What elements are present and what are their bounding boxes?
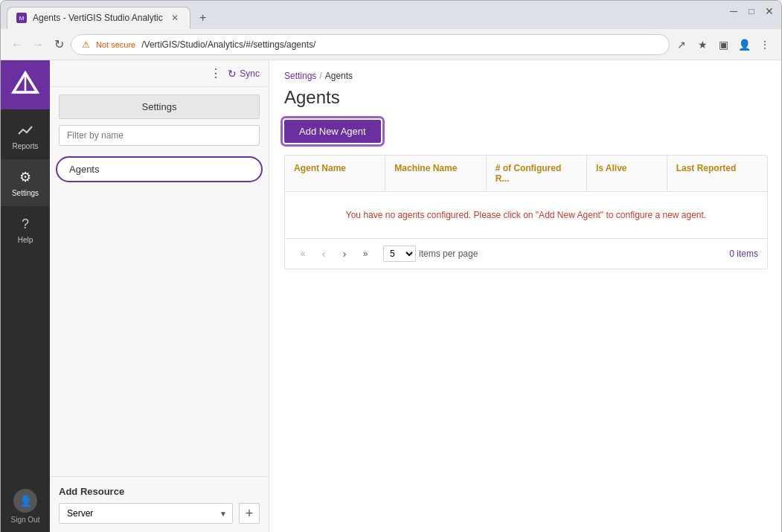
resource-select[interactable]: Server [59, 503, 233, 524]
sidebar-item-help[interactable]: ? Help [1, 206, 50, 253]
win-close-btn[interactable]: ✕ [763, 5, 775, 17]
menu-icon[interactable]: ⋮ [756, 36, 774, 54]
items-per-page: 5 10 25 50 items per page [383, 246, 478, 262]
items-per-page-label: items per page [419, 249, 478, 259]
th-is-alive: Is Alive [587, 156, 667, 191]
left-panel-toolbar: ⋮ ↻ Sync [50, 60, 269, 87]
pager-prev-btn[interactable]: ‹ [315, 245, 333, 263]
sidebar-bottom: 👤 Sign Out [1, 489, 50, 532]
th-configured-r: # of Configured R... [487, 156, 587, 191]
main-content: Settings / Agents Agents Add New Agent A… [269, 60, 782, 532]
table-body-empty: You have no agents configured. Please cl… [285, 192, 767, 238]
help-icon: ? [16, 215, 34, 233]
app-container: Reports ⚙ Settings ? Help 👤 Sign Out [1, 60, 782, 532]
forward-btn[interactable]: → [29, 36, 47, 54]
reports-label: Reports [12, 142, 38, 150]
win-restore-btn[interactable]: □ [746, 5, 757, 17]
not-secure-label: Not secure [96, 40, 135, 49]
tab-close-icon[interactable]: ✕ [169, 12, 181, 24]
sync-btn[interactable]: ↻ Sync [228, 68, 260, 80]
table-header: Agent Name Machine Name # of Configured … [285, 156, 767, 192]
settings-nav-section: Settings [50, 87, 269, 119]
browser-chrome: ─ □ ✕ M Agents - VertiGIS Studio Analyti… [0, 0, 782, 532]
add-resource-btn[interactable]: + [239, 503, 260, 524]
sidebar: Reports ⚙ Settings ? Help 👤 Sign Out [1, 60, 50, 532]
breadcrumb-separator: / [319, 71, 321, 81]
browser-tab-active[interactable]: M Agents - VertiGIS Studio Analytic ✕ [7, 7, 190, 29]
left-panel-item-agents[interactable]: Agents [56, 156, 263, 182]
page-title: Agents [269, 84, 782, 120]
add-new-agent-button[interactable]: Add New Agent [284, 120, 381, 143]
add-resource-section: Add Resource Server ▼ + [50, 476, 269, 532]
pager-last-btn[interactable]: » [356, 245, 374, 263]
resource-select-wrapper: Server ▼ [59, 503, 233, 524]
sync-icon: ↻ [228, 68, 237, 80]
tab-title: Agents - VertiGIS Studio Analytic [33, 13, 163, 23]
filter-section [50, 119, 269, 152]
breadcrumb-current: Agents [325, 71, 353, 81]
logo-icon [10, 70, 40, 100]
th-agent-name: Agent Name [285, 156, 385, 191]
profile-icon[interactable]: 👤 [735, 36, 753, 54]
tab-bar: ─ □ ✕ M Agents - VertiGIS Studio Analyti… [1, 1, 781, 29]
avatar[interactable]: 👤 [13, 489, 37, 513]
data-table: Agent Name Machine Name # of Configured … [284, 155, 768, 269]
sidebar-item-reports[interactable]: Reports [1, 112, 50, 159]
left-panel-items: Agents [50, 152, 269, 476]
sidebar-nav: Reports ⚙ Settings ? Help [1, 109, 50, 489]
more-options-btn[interactable]: ⋮ [210, 66, 222, 80]
address-bar[interactable]: ⚠ Not secure /VertiGIS/Studio/Analytics/… [71, 34, 670, 55]
sign-out-label: Sign Out [11, 516, 40, 524]
pager-first-btn[interactable]: « [294, 245, 312, 263]
breadcrumb: Settings / Agents [269, 60, 782, 84]
settings-icon: ⚙ [16, 168, 34, 186]
tab-favicon: M [16, 13, 27, 23]
bookmark-icon[interactable]: ★ [693, 36, 711, 54]
add-resource-label: Add Resource [59, 486, 260, 497]
win-minimize-btn[interactable]: ─ [728, 5, 740, 17]
security-warning-icon: ⚠ [82, 39, 90, 50]
help-label: Help [18, 236, 33, 244]
address-bar-row: ← → ↻ ⚠ Not secure /VertiGIS/Studio/Anal… [1, 29, 781, 60]
back-btn[interactable]: ← [8, 36, 26, 54]
refresh-btn[interactable]: ↻ [50, 36, 68, 54]
items-per-page-select[interactable]: 5 10 25 50 [383, 246, 416, 262]
main-toolbar: Add New Agent [269, 120, 782, 155]
sidebar-item-settings[interactable]: ⚙ Settings [1, 159, 50, 206]
add-resource-row: Server ▼ + [59, 503, 260, 524]
filter-input[interactable] [59, 125, 260, 146]
settings-nav-btn[interactable]: Settings [59, 94, 260, 119]
share-icon[interactable]: ↗ [673, 36, 690, 54]
th-machine-name: Machine Name [385, 156, 486, 191]
sync-label: Sync [240, 68, 260, 79]
table-footer: « ‹ › » 5 10 25 50 items per page 0 item… [285, 238, 767, 269]
new-tab-btn[interactable]: + [193, 8, 213, 28]
breadcrumb-settings-link[interactable]: Settings [284, 71, 316, 81]
th-last-reported: Last Reported [667, 156, 767, 191]
settings-label: Settings [12, 189, 39, 197]
window-controls: ─ □ ✕ [728, 5, 775, 17]
app-logo[interactable] [1, 60, 50, 109]
left-panel: ⋮ ↻ Sync Settings Agents [50, 60, 269, 532]
table-empty-message: You have no agents configured. Please cl… [346, 210, 706, 220]
pager-next-btn[interactable]: › [336, 245, 353, 263]
items-total-count: 0 items [729, 249, 758, 259]
tablet-mode-icon[interactable]: ▣ [714, 36, 732, 54]
reports-icon [16, 121, 34, 139]
address-url: /VertiGIS/Studio/Analytics/#/settings/ag… [141, 39, 315, 50]
